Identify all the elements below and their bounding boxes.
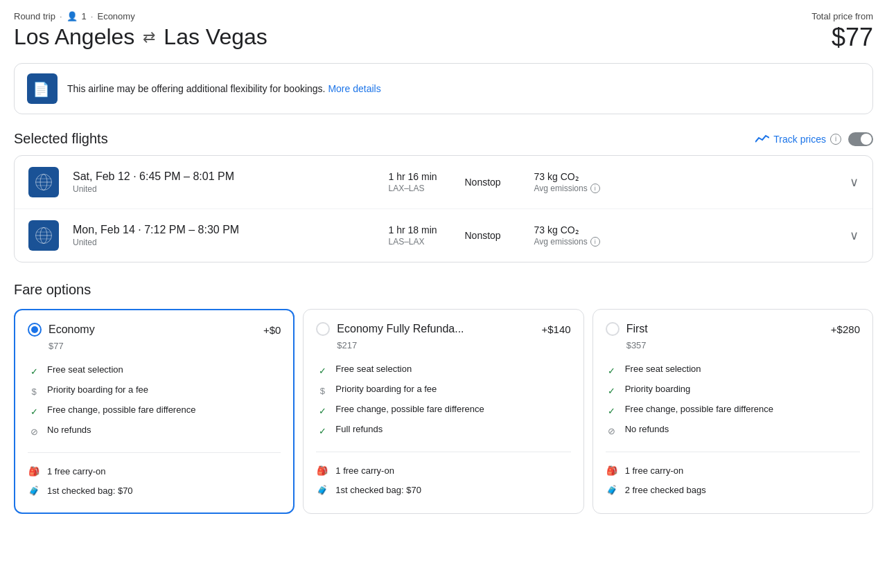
fare-feature: ✓ Free seat selection [28,361,281,381]
checked-bag-icon: 🧳 [316,483,328,496]
fare-name: Economy [49,323,256,336]
fare-feature: ✓ Free change, possible fare difference [316,400,570,420]
banner-icon: 📄 [27,73,58,104]
fare-features: ✓ Free seat selection ✓ Priority boardin… [606,360,860,440]
fare-card-first[interactable]: First +$280 $357 ✓ Free seat selection ✓… [592,309,873,514]
fare-card-economy[interactable]: Economy +$0 $77 ✓ Free seat selection $ … [14,309,295,514]
fare-base-price: $217 [316,340,570,350]
fare-features: ✓ Free seat selection $ Priority boardin… [28,361,281,441]
check-icon: ✓ [606,384,618,397]
fare-divider [316,452,570,452]
fare-divider [606,452,860,452]
route: Los Angeles ⇄ Las Vegas [14,24,267,50]
track-prices-info-icon[interactable]: i [830,134,841,145]
no-icon: ⊘ [606,425,618,437]
svg-text:📄: 📄 [33,81,50,98]
header-right: Total price from $77 [811,11,873,52]
flight-time: Mon, Feb 14 · 7:12 PM – 8:30 PM [73,224,375,236]
trip-meta: Round trip · 👤 1 · Economy [14,11,267,21]
checked-bag-icon: 🧳 [606,483,618,496]
check-icon: ✓ [28,405,40,418]
fare-bag-item: 🧳 1st checked bag: $70 [28,481,281,500]
fare-divider [28,452,281,453]
flight-info: Mon, Feb 14 · 7:12 PM – 8:30 PM United [73,224,375,247]
fare-add-price: +$140 [542,323,571,335]
emissions-info-icon[interactable]: i [590,184,600,193]
fare-base-price: $357 [606,340,860,350]
track-prices[interactable]: Track prices i [755,132,873,146]
more-details-link[interactable]: More details [328,83,380,94]
fare-feature: ✓ Full refunds [316,420,570,440]
fare-bag-item: 🧳 2 free checked bags [606,480,860,499]
flight-emissions: 73 kg CO₂ Avg emissions i [534,171,836,193]
fare-card-header: First +$280 [606,322,860,336]
flight-stops: Nonstop [465,177,520,188]
track-prices-toggle[interactable] [848,132,873,146]
fare-feature: ✓ Priority boarding [606,380,860,400]
flight-emissions: 73 kg CO₂ Avg emissions i [534,224,836,247]
track-prices-icon [755,134,769,145]
flight-row: Sat, Feb 12 · 6:45 PM – 8:01 PM United 1… [15,156,872,209]
check-icon: ✓ [316,404,328,417]
route-arrows: ⇄ [143,28,155,46]
flight-time: Sat, Feb 12 · 6:45 PM – 8:01 PM [73,170,375,183]
check-icon: ✓ [606,364,618,377]
origin-city: Los Angeles [14,24,134,50]
fare-options-title: Fare options [14,282,873,298]
emissions-info-icon[interactable]: i [590,237,600,247]
flights-section-header: Selected flights Track prices i [14,131,873,147]
flights-section-title: Selected flights [14,131,108,147]
carryon-icon: 🎒 [606,464,618,476]
fare-bag-item: 🎒 1 free carry-on [606,461,860,480]
fare-bag-item: 🎒 1 free carry-on [316,461,570,480]
fare-radio-economy-refundable[interactable] [316,322,330,336]
destination-city: Las Vegas [164,24,267,50]
flight-stops: Nonstop [465,230,520,241]
check-icon: ✓ [316,364,328,377]
fare-feature: $ Priority boarding for a fee [316,380,570,400]
fare-card-header: Economy Fully Refunda... +$140 [316,322,570,336]
fare-features: ✓ Free seat selection $ Priority boardin… [316,360,570,440]
fare-feature: $ Priority boarding for a fee [28,381,281,401]
flight-duration: 1 hr 16 min LAX–LAS [389,171,451,193]
flight-expand-chevron[interactable]: ∨ [850,175,859,190]
airline-logo [28,220,59,251]
checked-bag-icon: 🧳 [28,484,40,497]
person-icon: 👤 [67,11,78,21]
dollar-icon: $ [28,385,40,398]
carryon-icon: 🎒 [28,465,40,477]
fare-add-price: +$0 [263,324,281,336]
airline-logo [28,167,59,197]
fare-add-price: +$280 [831,323,860,335]
fare-feature: ✓ Free change, possible fare difference [606,400,860,420]
page-header: Round trip · 👤 1 · Economy Los Angeles ⇄… [14,11,873,52]
fare-radio-economy[interactable] [28,323,42,337]
check-icon: ✓ [316,425,328,437]
fare-baggage: 🎒 1 free carry-on 🧳 1st checked bag: $70 [28,461,281,500]
trip-type: Round trip [14,11,55,21]
fare-cards: Economy +$0 $77 ✓ Free seat selection $ … [14,309,873,514]
carryon-icon: 🎒 [316,464,328,476]
fare-feature: ✓ Free change, possible fare difference [28,401,281,421]
fare-card-economy-refundable[interactable]: Economy Fully Refunda... +$140 $217 ✓ Fr… [303,309,583,514]
flights-panel: Sat, Feb 12 · 6:45 PM – 8:01 PM United 1… [14,155,873,262]
passenger-count: 1 [82,11,87,21]
flight-airline: United [73,238,375,247]
fare-card-header: Economy +$0 [28,323,281,337]
dollar-icon: $ [316,384,328,397]
no-icon: ⊘ [28,425,40,438]
flight-row: Mon, Feb 14 · 7:12 PM – 8:30 PM United 1… [15,209,872,262]
fare-bag-item: 🎒 1 free carry-on [28,461,281,481]
fare-baggage: 🎒 1 free carry-on 🧳 1st checked bag: $70 [316,461,570,499]
fare-feature: ⊘ No refunds [606,420,860,440]
fare-base-price: $77 [28,341,281,351]
cabin-class: Economy [97,11,134,21]
fare-feature: ⊘ No refunds [28,421,281,441]
fare-feature: ✓ Free seat selection [606,360,860,380]
check-icon: ✓ [606,404,618,417]
fare-radio-first[interactable] [606,322,620,336]
flight-airline: United [73,184,375,194]
flight-info: Sat, Feb 12 · 6:45 PM – 8:01 PM United [73,170,375,194]
banner-text: This airline may be offering additional … [67,83,381,94]
flight-expand-chevron[interactable]: ∨ [850,228,859,243]
